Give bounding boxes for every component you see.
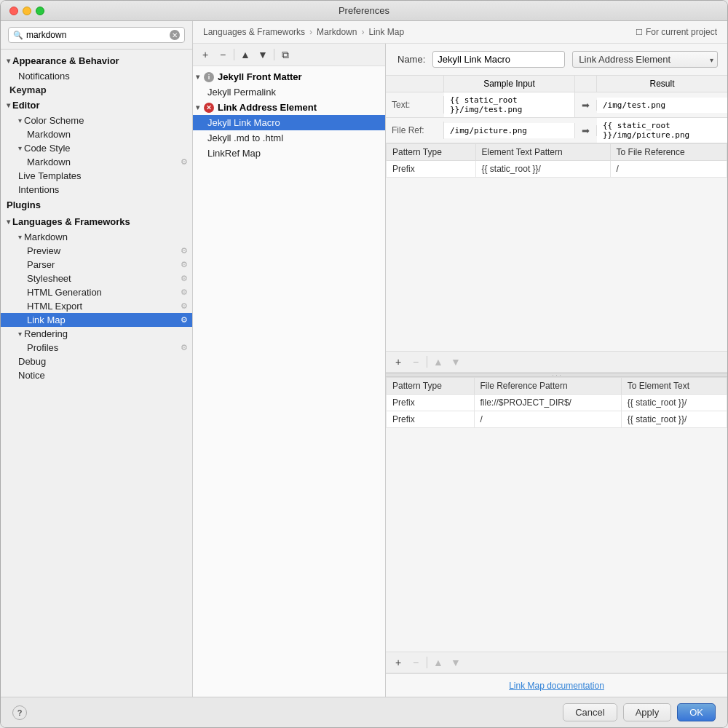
move-down-top-row-button[interactable]: ▼ bbox=[448, 354, 464, 370]
maximize-button[interactable] bbox=[36, 7, 44, 15]
close-button[interactable] bbox=[9, 7, 18, 15]
sidebar-item-label: Link Map bbox=[27, 314, 181, 325]
sidebar-item-label: Preview bbox=[27, 245, 181, 256]
arrow-icon bbox=[18, 233, 22, 241]
cancel-button[interactable]: Cancel bbox=[563, 703, 617, 721]
cell-file-ref-pattern-b1: file://$PROJECT_DIR$/ bbox=[474, 394, 621, 411]
sidebar-item-keymap[interactable]: Keymap bbox=[1, 83, 192, 97]
link-map-doc-link[interactable]: Link Map documentation bbox=[509, 681, 604, 691]
sidebar-item-rendering[interactable]: Rendering bbox=[1, 327, 192, 341]
remove-top-row-button[interactable]: − bbox=[408, 354, 424, 370]
move-up-button[interactable]: ▲ bbox=[237, 47, 253, 63]
toolbar-separator bbox=[427, 657, 427, 668]
search-box: 🔍 ✕ bbox=[1, 21, 192, 50]
sidebar-item-languages[interactable]: Languages & Frameworks bbox=[1, 213, 192, 230]
cell-to-element-text-b2: {{ static_root }}/ bbox=[621, 411, 727, 427]
gear-icon: ⚙ bbox=[181, 157, 188, 167]
sidebar-item-notifications[interactable]: Notifications bbox=[1, 69, 192, 83]
move-up-bottom-row-button[interactable]: ▲ bbox=[430, 654, 446, 670]
add-top-row-button[interactable]: + bbox=[390, 354, 406, 370]
sidebar-item-cs2-markdown[interactable]: Markdown ⚙ bbox=[1, 155, 192, 169]
entry-item-jekyll-md-to-html[interactable]: Jekyll .md to .html bbox=[193, 130, 385, 146]
breadcrumb-part2: Markdown bbox=[317, 27, 357, 37]
add-entry-button[interactable]: + bbox=[197, 47, 213, 63]
sidebar-item-profiles[interactable]: Profiles ⚙ bbox=[1, 341, 192, 355]
sidebar-item-intentions[interactable]: Intentions bbox=[1, 183, 192, 197]
sidebar-item-label: HTML Generation bbox=[27, 287, 181, 298]
sidebar-item-editor[interactable]: Editor bbox=[1, 97, 192, 114]
sidebar-item-label: Plugins bbox=[7, 199, 186, 210]
preferences-window: Preferences 🔍 ✕ Appearance & Behavior No… bbox=[0, 0, 728, 728]
sidebar-item-stylesheet[interactable]: Stylesheet ⚙ bbox=[1, 272, 192, 285]
sidebar: 🔍 ✕ Appearance & Behavior Notifications … bbox=[1, 21, 193, 697]
fileref-sample-row: File Ref: /img/picture.png ➡ {{ static_r… bbox=[386, 118, 727, 143]
gear-icon: ⚙ bbox=[181, 288, 188, 297]
sidebar-item-plugins[interactable]: Plugins bbox=[1, 197, 192, 213]
entry-toolbar: + − ▲ ▼ ⧉ bbox=[193, 44, 385, 66]
name-input[interactable] bbox=[432, 51, 565, 68]
type-select[interactable]: Link Address Element bbox=[572, 51, 718, 68]
breadcrumb-sep2: › bbox=[361, 27, 364, 37]
gear-icon: ⚙ bbox=[181, 274, 188, 283]
fileref-arrow-icon: ➡ bbox=[575, 125, 597, 136]
gear-icon: ⚙ bbox=[181, 246, 188, 256]
sidebar-tree: Appearance & Behavior Notifications Keym… bbox=[1, 50, 192, 697]
sidebar-item-preview[interactable]: Preview ⚙ bbox=[1, 244, 192, 258]
sidebar-item-label: Rendering bbox=[24, 328, 192, 339]
remove-entry-button[interactable]: − bbox=[215, 47, 231, 63]
sidebar-item-html-export[interactable]: HTML Export ⚙ bbox=[1, 299, 192, 313]
sidebar-item-label: Debug bbox=[18, 356, 192, 367]
sidebar-item-label: Parser bbox=[27, 259, 181, 270]
doc-link: Link Map documentation bbox=[386, 673, 727, 697]
cell-to-file-ref: / bbox=[610, 161, 727, 178]
remove-bottom-row-button[interactable]: − bbox=[408, 654, 424, 670]
sidebar-item-link-map[interactable]: Link Map ⚙ bbox=[1, 313, 192, 327]
sidebar-item-debug[interactable]: Debug bbox=[1, 355, 192, 368]
entry-group-jekyll-front[interactable]: i Jekyll Front Matter bbox=[193, 69, 385, 84]
sidebar-item-cs-markdown[interactable]: Markdown bbox=[1, 127, 192, 141]
entry-item-jekyll-link-macro[interactable]: Jekyll Link Macro bbox=[193, 115, 385, 130]
sidebar-item-parser[interactable]: Parser ⚙ bbox=[1, 258, 192, 272]
sidebar-item-label: Notifications bbox=[18, 71, 192, 82]
help-button[interactable]: ? bbox=[12, 705, 27, 720]
add-bottom-row-button[interactable]: + bbox=[390, 654, 406, 670]
search-input-wrap[interactable]: 🔍 ✕ bbox=[8, 27, 185, 43]
table-row: Prefix file://$PROJECT_DIR$/ {{ static_r… bbox=[387, 394, 727, 411]
copy-button[interactable]: ⧉ bbox=[277, 47, 293, 63]
sidebar-item-label: Markdown bbox=[27, 157, 181, 167]
move-up-top-row-button[interactable]: ▲ bbox=[430, 354, 446, 370]
cell-element-text-pattern: {{ static_root }}/ bbox=[475, 161, 610, 178]
sidebar-item-color-scheme[interactable]: Color Scheme bbox=[1, 114, 192, 127]
col-header-pattern-type-b: Pattern Type bbox=[387, 377, 475, 394]
move-down-button[interactable]: ▼ bbox=[255, 47, 271, 63]
arrow-icon bbox=[7, 218, 10, 226]
cell-pattern-type: Prefix bbox=[387, 161, 476, 178]
gear-icon: ⚙ bbox=[181, 315, 188, 325]
minimize-button[interactable] bbox=[23, 7, 31, 15]
group-icon: ✕ bbox=[204, 103, 214, 113]
sidebar-item-appearance[interactable]: Appearance & Behavior bbox=[1, 52, 192, 69]
cell-pattern-type-b1: Prefix bbox=[387, 394, 475, 411]
fileref-result-value: {{ static_root }}/img/picture.png bbox=[597, 118, 727, 143]
gear-icon: ⚙ bbox=[181, 260, 188, 269]
top-table-toolbar: + − ▲ ▼ bbox=[386, 351, 727, 373]
move-down-bottom-row-button[interactable]: ▼ bbox=[448, 654, 464, 670]
sidebar-item-label: Markdown bbox=[27, 129, 192, 140]
sidebar-item-l-markdown[interactable]: Markdown bbox=[1, 230, 192, 244]
sidebar-item-label: Markdown bbox=[24, 232, 192, 242]
project-checkbox-icon: ☐ bbox=[636, 28, 643, 37]
entry-tree: + − ▲ ▼ ⧉ i Jekyll Front Matter bbox=[193, 44, 386, 697]
clear-search-button[interactable]: ✕ bbox=[170, 30, 180, 40]
sidebar-item-notice[interactable]: Notice bbox=[1, 368, 192, 382]
ok-button[interactable]: OK bbox=[677, 703, 716, 721]
arrow-icon bbox=[196, 73, 199, 81]
entry-group-link-address[interactable]: ✕ Link Address Element bbox=[193, 100, 385, 115]
sidebar-item-live-templates[interactable]: Live Templates bbox=[1, 169, 192, 183]
apply-button[interactable]: Apply bbox=[623, 703, 672, 721]
search-input[interactable] bbox=[26, 30, 167, 40]
entry-item-linkref-map[interactable]: LinkRef Map bbox=[193, 146, 385, 161]
sidebar-item-html-generation[interactable]: HTML Generation ⚙ bbox=[1, 285, 192, 299]
group-label: Jekyll Front Matter bbox=[218, 71, 302, 82]
sidebar-item-code-style[interactable]: Code Style bbox=[1, 141, 192, 155]
entry-item-jekyll-permalink[interactable]: Jekyll Permalink bbox=[193, 84, 385, 100]
